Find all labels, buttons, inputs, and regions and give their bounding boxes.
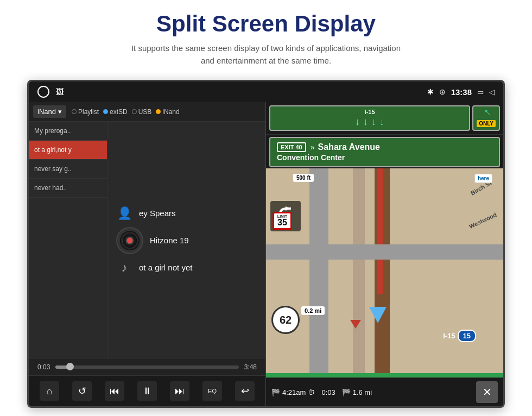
progress-bar[interactable]: [55, 365, 238, 369]
window-icon: ▭: [477, 88, 484, 96]
source-dropdown[interactable]: iNand ▾: [33, 105, 66, 118]
album-name: Hitzone 19: [150, 236, 189, 245]
arrow-down-4: ↓: [379, 116, 384, 128]
home-button[interactable]: ⌂: [40, 381, 59, 401]
music-note-icon: ♪: [116, 261, 132, 275]
exit-place: Convention Center: [277, 153, 492, 162]
progress-bar-row: 0:03 3:48: [37, 363, 257, 371]
page-subtitle: It supports the same screen display of t…: [130, 42, 402, 67]
highway-label-area: I-15 15: [443, 330, 476, 342]
nav-distance: 🏁 1.6 mi: [342, 388, 372, 396]
controls-bar: ⌂ ↺ ⏮ ⏸ ⏭ EQ ↩: [29, 375, 265, 406]
person-icon: 👤: [116, 206, 132, 220]
device-frame: 🖼 ✱ ⊕ 13:38 ▭ ◁ iNand ▾ Playlist: [27, 80, 505, 408]
nav-arrow: [369, 307, 387, 323]
playlist-item-active[interactable]: ot a girl,not y: [29, 141, 107, 160]
nav-travel-time: 0:03: [321, 388, 335, 396]
source-bar: iNand ▾ Playlist extSD USB: [29, 102, 265, 122]
distance-label: 0.2 mi: [301, 306, 325, 315]
road-h1: [266, 244, 503, 260]
clock-icon: ⏱: [308, 388, 315, 396]
nav-bottom-bar: 🏁 4:21am ⏱ 0:03 🏁 1.6 mi ✕: [266, 377, 503, 406]
song-row: ♪ ot a girl not yet: [116, 261, 257, 275]
highway-signs: I-15 ↓ ↓ ↓ ↓ ↑ ONLY: [266, 102, 503, 135]
close-button[interactable]: ✕: [476, 381, 498, 403]
music-panel: iNand ▾ Playlist extSD USB: [29, 102, 266, 406]
source-usb[interactable]: USB: [132, 108, 152, 116]
progress-area: 0:03 3:48: [29, 359, 265, 375]
checkered-flag-icon-1: 🏁: [271, 388, 280, 396]
source-inand[interactable]: iNand: [156, 108, 179, 116]
i15-shield: 15: [458, 330, 476, 342]
back-button[interactable]: ↩: [235, 381, 255, 401]
bluetooth-icon: ✱: [427, 87, 434, 96]
location-icon: ⊕: [439, 87, 446, 96]
artist-name: ey Spears: [139, 209, 176, 218]
progress-thumb: [66, 363, 74, 370]
i15-text: I-15: [443, 332, 455, 340]
back-icon: ◁: [489, 88, 495, 96]
playlist-item[interactable]: never had..: [29, 179, 107, 198]
artist-row: 👤 ey Spears: [116, 206, 257, 220]
road-v2: [353, 168, 365, 377]
source-extsd[interactable]: extSD: [103, 108, 128, 116]
extsd-radio: [103, 109, 108, 114]
route-red: [377, 168, 383, 294]
playlist-item[interactable]: My preroga..: [29, 122, 107, 141]
play-pause-button[interactable]: ⏸: [137, 381, 157, 401]
travel-time-value: 0:03: [321, 388, 335, 396]
status-bar: 🖼 ✱ ⊕ 13:38 ▭ ◁: [29, 81, 503, 102]
exit-sign: EXIT 40 » Sahara Avenue Convention Cente…: [269, 137, 500, 167]
split-container: iNand ▾ Playlist extSD USB: [29, 102, 503, 406]
eta-value: 4:21am: [282, 388, 306, 396]
speed-badge: 62: [271, 306, 300, 334]
exit-street: Sahara Avenue: [318, 142, 380, 152]
repeat-button[interactable]: ↺: [72, 381, 92, 401]
status-time: 13:38: [451, 87, 472, 97]
home-circle-icon[interactable]: [37, 86, 49, 98]
distance-value: 1.6 mi: [353, 388, 372, 396]
usb-radio: [132, 109, 137, 114]
ft-label: 500 ft: [293, 174, 314, 182]
total-time: 3:48: [244, 363, 257, 371]
speed-limit-sign: LIMIT 35: [273, 212, 292, 230]
status-left: 🖼: [37, 86, 64, 98]
source-playlist[interactable]: Playlist: [72, 108, 99, 116]
only-sign: ↑ ONLY: [472, 105, 500, 131]
eq-button[interactable]: EQ: [202, 381, 222, 401]
route-bottom-bar: [266, 373, 503, 377]
playlist-item[interactable]: never say g..: [29, 160, 107, 179]
arrow-down-3: ↓: [371, 116, 376, 128]
status-right: ✱ ⊕ 13:38 ▭ ◁: [427, 87, 495, 97]
track-info: 👤 ey Spears Hitzone 19 ♪ ot a girl not y…: [116, 206, 257, 275]
highway-sign-text: I-15: [365, 109, 375, 115]
playlist-area: My preroga.. ot a girl,not y never say g…: [29, 122, 265, 359]
album-row: Hitzone 19: [116, 227, 257, 254]
nav-eta: 🏁 4:21am ⏱: [271, 388, 315, 396]
road-v1: [309, 168, 328, 377]
only-arrow-icon: ↑: [482, 106, 493, 118]
checkered-flag-icon-2: 🏁: [342, 388, 351, 396]
current-time: 0:03: [37, 363, 50, 371]
song-name: ot a girl not yet: [139, 263, 192, 272]
chevron-down-icon: ▾: [58, 108, 62, 116]
prev-button[interactable]: ⏮: [105, 381, 124, 401]
highway-sign-main: I-15 ↓ ↓ ↓ ↓: [269, 105, 470, 131]
source-dropdown-label: iNand: [37, 108, 56, 116]
next-button[interactable]: ⏭: [170, 381, 189, 401]
vinyl-disc-icon: [116, 227, 143, 254]
arrow-row: ↓ ↓ ↓ ↓: [355, 116, 384, 128]
arrow-down-2: ↓: [363, 116, 368, 128]
speed-value: 62: [280, 314, 292, 326]
exit-number: EXIT 40: [277, 142, 306, 152]
source-options: Playlist extSD USB iNand: [72, 108, 180, 116]
arrow-down-1: ↓: [355, 116, 360, 128]
playlist-sidebar: My preroga.. ot a girl,not y never say g…: [29, 122, 107, 359]
nav-panel: I-15 ↓ ↓ ↓ ↓ ↑ ONLY EXIT 40 »: [266, 102, 503, 406]
image-icon: 🖼: [56, 87, 64, 96]
route-pointer: [350, 320, 361, 329]
only-label: ONLY: [477, 120, 496, 127]
page-title: Split Screen Display: [156, 11, 376, 37]
playlist-radio: [72, 109, 77, 114]
inand-radio: [156, 109, 161, 114]
